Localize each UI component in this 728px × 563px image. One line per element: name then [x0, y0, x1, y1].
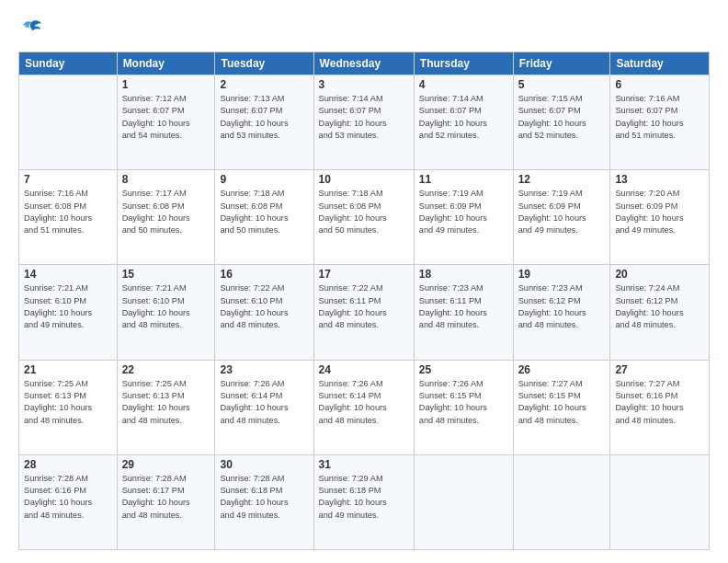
day-number: 22 — [122, 363, 210, 376]
calendar-table: SundayMondayTuesdayWednesdayThursdayFrid… — [18, 52, 710, 550]
week-row-5: 28Sunrise: 7:28 AM Sunset: 6:16 PM Dayli… — [19, 454, 710, 549]
day-cell: 30Sunrise: 7:28 AM Sunset: 6:18 PM Dayli… — [215, 454, 313, 549]
day-info: Sunrise: 7:15 AM Sunset: 6:07 PM Dayligh… — [518, 93, 606, 142]
calendar-header-row: SundayMondayTuesdayWednesdayThursdayFrid… — [19, 52, 710, 75]
column-header-monday: Monday — [117, 52, 215, 75]
day-number: 9 — [220, 173, 308, 186]
week-row-4: 21Sunrise: 7:25 AM Sunset: 6:13 PM Dayli… — [19, 360, 710, 454]
day-number: 31 — [319, 458, 409, 471]
day-info: Sunrise: 7:19 AM Sunset: 6:09 PM Dayligh… — [518, 188, 606, 236]
day-cell: 22Sunrise: 7:25 AM Sunset: 6:13 PM Dayli… — [117, 360, 215, 454]
week-row-1: 1Sunrise: 7:12 AM Sunset: 6:07 PM Daylig… — [19, 75, 710, 170]
day-cell: 6Sunrise: 7:16 AM Sunset: 6:07 PM Daylig… — [610, 75, 710, 170]
day-cell: 12Sunrise: 7:19 AM Sunset: 6:09 PM Dayli… — [513, 170, 610, 265]
day-cell: 21Sunrise: 7:25 AM Sunset: 6:13 PM Dayli… — [19, 360, 118, 454]
day-cell: 4Sunrise: 7:14 AM Sunset: 6:07 PM Daylig… — [414, 75, 513, 170]
day-cell: 28Sunrise: 7:28 AM Sunset: 6:16 PM Dayli… — [19, 454, 118, 549]
day-info: Sunrise: 7:22 AM Sunset: 6:11 PM Dayligh… — [319, 282, 409, 331]
day-number: 18 — [419, 268, 508, 281]
logo-icon — [18, 17, 44, 42]
day-number: 25 — [419, 363, 508, 376]
column-header-wednesday: Wednesday — [313, 52, 414, 75]
day-cell: 19Sunrise: 7:23 AM Sunset: 6:12 PM Dayli… — [513, 265, 610, 360]
day-cell — [19, 75, 118, 170]
day-number: 11 — [419, 173, 508, 186]
day-number: 16 — [220, 268, 308, 281]
logo — [18, 17, 48, 42]
day-cell: 31Sunrise: 7:29 AM Sunset: 6:18 PM Dayli… — [313, 454, 414, 549]
header — [18, 17, 710, 42]
week-row-2: 7Sunrise: 7:16 AM Sunset: 6:08 PM Daylig… — [19, 170, 710, 265]
day-cell: 25Sunrise: 7:26 AM Sunset: 6:15 PM Dayli… — [414, 360, 513, 454]
day-number: 7 — [24, 173, 112, 186]
day-info: Sunrise: 7:25 AM Sunset: 6:13 PM Dayligh… — [122, 378, 210, 427]
day-info: Sunrise: 7:17 AM Sunset: 6:08 PM Dayligh… — [122, 188, 210, 236]
day-info: Sunrise: 7:28 AM Sunset: 6:18 PM Dayligh… — [220, 473, 308, 522]
day-cell: 5Sunrise: 7:15 AM Sunset: 6:07 PM Daylig… — [513, 75, 610, 170]
day-cell — [610, 454, 710, 549]
day-info: Sunrise: 7:23 AM Sunset: 6:11 PM Dayligh… — [419, 282, 508, 331]
day-cell: 29Sunrise: 7:28 AM Sunset: 6:17 PM Dayli… — [117, 454, 215, 549]
day-number: 21 — [24, 363, 112, 376]
column-header-friday: Friday — [513, 52, 610, 75]
day-info: Sunrise: 7:28 AM Sunset: 6:17 PM Dayligh… — [122, 473, 210, 522]
day-number: 3 — [319, 78, 409, 91]
day-info: Sunrise: 7:25 AM Sunset: 6:13 PM Dayligh… — [24, 378, 112, 427]
day-cell: 11Sunrise: 7:19 AM Sunset: 6:09 PM Dayli… — [414, 170, 513, 265]
day-number: 6 — [615, 78, 704, 91]
day-info: Sunrise: 7:20 AM Sunset: 6:09 PM Dayligh… — [615, 188, 704, 236]
day-info: Sunrise: 7:18 AM Sunset: 6:08 PM Dayligh… — [220, 188, 308, 236]
day-number: 10 — [319, 173, 409, 186]
day-info: Sunrise: 7:21 AM Sunset: 6:10 PM Dayligh… — [24, 282, 112, 331]
day-info: Sunrise: 7:26 AM Sunset: 6:15 PM Dayligh… — [419, 378, 508, 427]
day-number: 28 — [24, 458, 112, 471]
day-cell — [513, 454, 610, 549]
day-cell: 7Sunrise: 7:16 AM Sunset: 6:08 PM Daylig… — [19, 170, 118, 265]
day-info: Sunrise: 7:18 AM Sunset: 6:08 PM Dayligh… — [319, 188, 409, 236]
week-row-3: 14Sunrise: 7:21 AM Sunset: 6:10 PM Dayli… — [19, 265, 710, 360]
day-number: 12 — [518, 173, 606, 186]
day-number: 14 — [24, 268, 112, 281]
day-info: Sunrise: 7:24 AM Sunset: 6:12 PM Dayligh… — [615, 282, 704, 331]
day-info: Sunrise: 7:26 AM Sunset: 6:14 PM Dayligh… — [220, 378, 308, 427]
day-info: Sunrise: 7:26 AM Sunset: 6:14 PM Dayligh… — [319, 378, 409, 427]
day-info: Sunrise: 7:16 AM Sunset: 6:08 PM Dayligh… — [24, 188, 112, 236]
day-number: 8 — [122, 173, 210, 186]
day-info: Sunrise: 7:19 AM Sunset: 6:09 PM Dayligh… — [419, 188, 508, 236]
day-number: 20 — [615, 268, 704, 281]
column-header-sunday: Sunday — [19, 52, 118, 75]
day-cell: 23Sunrise: 7:26 AM Sunset: 6:14 PM Dayli… — [215, 360, 313, 454]
day-number: 1 — [122, 78, 210, 91]
day-info: Sunrise: 7:22 AM Sunset: 6:10 PM Dayligh… — [220, 282, 308, 331]
day-cell: 24Sunrise: 7:26 AM Sunset: 6:14 PM Dayli… — [313, 360, 414, 454]
day-number: 29 — [122, 458, 210, 471]
day-cell: 20Sunrise: 7:24 AM Sunset: 6:12 PM Dayli… — [610, 265, 710, 360]
day-info: Sunrise: 7:21 AM Sunset: 6:10 PM Dayligh… — [122, 282, 210, 331]
day-cell: 17Sunrise: 7:22 AM Sunset: 6:11 PM Dayli… — [313, 265, 414, 360]
column-header-saturday: Saturday — [610, 52, 710, 75]
day-info: Sunrise: 7:27 AM Sunset: 6:15 PM Dayligh… — [518, 378, 606, 427]
column-header-thursday: Thursday — [414, 52, 513, 75]
day-number: 27 — [615, 363, 704, 376]
day-info: Sunrise: 7:12 AM Sunset: 6:07 PM Dayligh… — [122, 93, 210, 142]
day-info: Sunrise: 7:27 AM Sunset: 6:16 PM Dayligh… — [615, 378, 704, 427]
day-cell — [414, 454, 513, 549]
day-cell: 2Sunrise: 7:13 AM Sunset: 6:07 PM Daylig… — [215, 75, 313, 170]
day-cell: 13Sunrise: 7:20 AM Sunset: 6:09 PM Dayli… — [610, 170, 710, 265]
day-number: 15 — [122, 268, 210, 281]
day-info: Sunrise: 7:16 AM Sunset: 6:07 PM Dayligh… — [615, 93, 704, 142]
day-cell: 3Sunrise: 7:14 AM Sunset: 6:07 PM Daylig… — [313, 75, 414, 170]
day-number: 13 — [615, 173, 704, 186]
day-cell: 26Sunrise: 7:27 AM Sunset: 6:15 PM Dayli… — [513, 360, 610, 454]
day-number: 4 — [419, 78, 508, 91]
day-cell: 9Sunrise: 7:18 AM Sunset: 6:08 PM Daylig… — [215, 170, 313, 265]
day-number: 26 — [518, 363, 606, 376]
day-cell: 27Sunrise: 7:27 AM Sunset: 6:16 PM Dayli… — [610, 360, 710, 454]
day-cell: 18Sunrise: 7:23 AM Sunset: 6:11 PM Dayli… — [414, 265, 513, 360]
day-number: 17 — [319, 268, 409, 281]
day-number: 24 — [319, 363, 409, 376]
day-number: 19 — [518, 268, 606, 281]
day-cell: 16Sunrise: 7:22 AM Sunset: 6:10 PM Dayli… — [215, 265, 313, 360]
day-cell: 14Sunrise: 7:21 AM Sunset: 6:10 PM Dayli… — [19, 265, 118, 360]
day-number: 2 — [220, 78, 308, 91]
